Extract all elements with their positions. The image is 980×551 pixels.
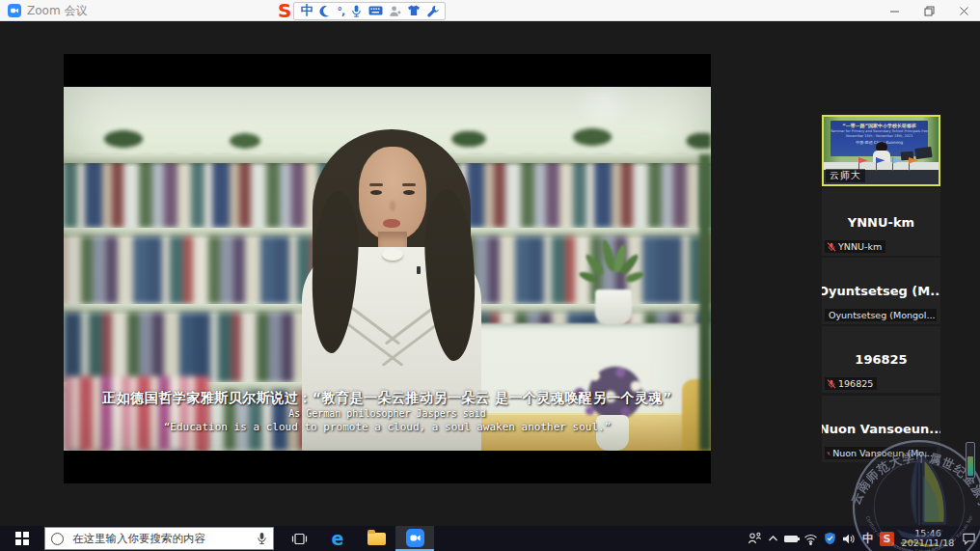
participant-tile[interactable]: Nuon Vansoeun... Nuon Vansoeun (Mo... (822, 396, 940, 462)
window-title: Zoom 会议 (27, 3, 87, 19)
hidden-icons-chevron[interactable] (768, 526, 778, 551)
participant-label: Oyuntsetseg (Mongol... (825, 309, 937, 321)
ime-toolbar: S 中 °, (278, 1, 446, 20)
participant-label: Nuon Vansoeun (Mo... (825, 447, 937, 459)
taskbar-search-box[interactable] (44, 527, 274, 550)
meeting-main-area: 正如德国哲学家雅斯贝尔斯说过：“教育是一朵云推动另一朵云 是一个灵魂唤醒另一个灵… (0, 21, 980, 526)
wifi-icon[interactable] (803, 526, 818, 551)
ime-voice-icon[interactable] (350, 3, 363, 18)
action-center-icon[interactable] (962, 526, 976, 551)
ime-punctuation-icon[interactable]: °, (337, 3, 344, 18)
scrollbar-thumb[interactable] (967, 456, 973, 476)
battery-icon[interactable] (784, 526, 798, 551)
subtitle-chinese: 正如德国哲学家雅斯贝尔斯说过：“教育是一朵云推动另一朵云 是一个灵魂唤醒另一个灵… (64, 390, 711, 407)
ime-tools-icon[interactable] (426, 3, 439, 18)
file-explorer-button[interactable] (357, 526, 395, 551)
participant-label: 196825 (825, 377, 877, 390)
folder-icon (368, 533, 386, 545)
zoom-meeting-window: Zoom 会议 S 中 °, (0, 0, 980, 551)
task-view-button[interactable] (280, 526, 318, 551)
security-shield-icon[interactable] (824, 526, 836, 551)
shared-video-frame[interactable]: 正如德国哲学家雅斯贝尔斯说过：“教育是一朵云推动另一朵云 是一个灵魂唤醒另一个灵… (64, 54, 711, 483)
input-language-indicator[interactable]: 中 (862, 526, 874, 551)
ime-keyboard-icon[interactable] (368, 3, 383, 18)
ime-chinese-mode-icon[interactable]: 中 (300, 3, 313, 18)
volume-icon[interactable] (842, 526, 857, 551)
participant-tile[interactable]: 196825 196825 (822, 326, 940, 393)
search-mic-icon[interactable] (257, 532, 267, 545)
mic-muted-icon (827, 242, 836, 252)
ime-account-icon[interactable] (389, 3, 401, 18)
maximize-icon[interactable] (922, 4, 936, 17)
participants-scrollbar[interactable] (966, 442, 975, 479)
search-input[interactable] (70, 531, 250, 546)
windows-logo-icon (15, 532, 30, 546)
edge-icon: e (332, 530, 344, 548)
active-speaker-video: “一带一路”国家中小学校长研修班 Seminar for Primary and… (824, 117, 939, 184)
windows-taskbar: e (0, 526, 980, 551)
minimize-icon[interactable] (887, 4, 901, 17)
active-speaker-label: 云师大 (826, 169, 865, 182)
subtitle-english-2: “Education is a cloud to promote a cloud… (64, 421, 711, 433)
start-button[interactable] (0, 526, 44, 551)
close-icon[interactable] (957, 4, 970, 17)
cortana-icon (51, 533, 64, 545)
edge-browser-button[interactable]: e (318, 526, 357, 551)
participant-tile[interactable]: Oyuntsetseg (M... Oyuntsetseg (Mongol... (822, 258, 940, 324)
participant-tile[interactable]: YNNU-km YNNU-km (822, 188, 940, 256)
zoom-logo-icon (8, 4, 21, 17)
video-subtitles: 正如德国哲学家雅斯贝尔斯说过：“教育是一朵云推动另一朵云 是一个灵魂唤醒另一个灵… (64, 390, 711, 433)
clock-date: 2021/11/18 (900, 538, 956, 549)
window-titlebar: Zoom 会议 (0, 0, 980, 21)
zoom-app-button[interactable] (395, 526, 434, 551)
sogou-tray-icon[interactable]: S (880, 526, 894, 551)
sogou-logo-icon[interactable]: S (278, 2, 291, 19)
subtitle-english-1: As German philosopher Jaspers said (64, 408, 711, 419)
active-speaker-tile[interactable]: “一带一路”国家中小学校长研修班 Seminar for Primary and… (822, 115, 940, 186)
taskbar-clock[interactable]: 15:46 2021/11/18 (900, 529, 956, 549)
ime-skin-icon[interactable] (407, 3, 421, 18)
zoom-camera-icon (406, 529, 424, 547)
ime-fullwidth-moon-icon[interactable] (318, 3, 331, 18)
mic-muted-icon (827, 379, 836, 389)
people-icon[interactable] (748, 526, 762, 551)
mic-muted-icon (827, 449, 830, 458)
participant-label: YNNU-km (825, 240, 885, 253)
